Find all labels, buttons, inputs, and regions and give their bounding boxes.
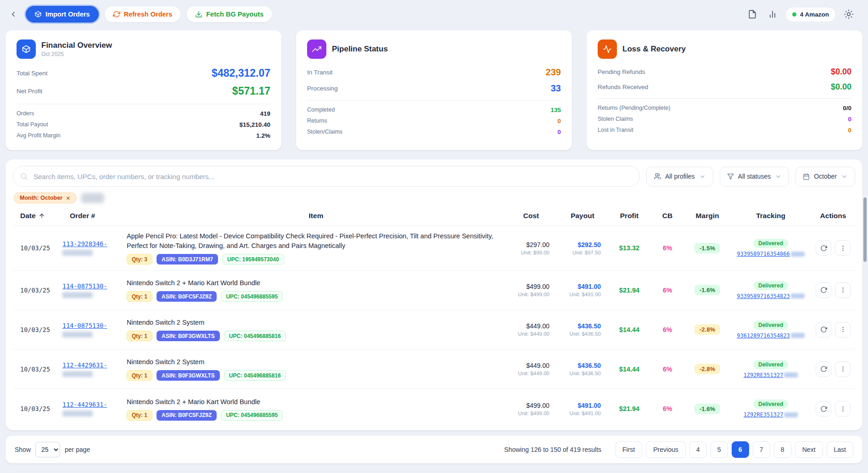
column-header-cost[interactable]: Cost: [505, 212, 557, 220]
page-button-4[interactable]: 4: [689, 441, 707, 458]
asin-badge: ASIN: B0F3GWXLTS: [157, 331, 220, 341]
column-header-profit[interactable]: Profit: [608, 212, 650, 220]
chevron-down-icon: [699, 173, 706, 180]
order-number-link[interactable]: 112-4429631-: [62, 361, 107, 369]
month-filter-chip[interactable]: Month: October: [14, 192, 77, 203]
summary-cards: Financial Overview Oct 2025 Total Spent …: [0, 28, 868, 150]
last-page-button[interactable]: Last: [827, 441, 853, 458]
per-page-select[interactable]: 25: [35, 442, 60, 457]
asin-badge: ASIN: B0FC5FJZ9Z: [157, 291, 217, 302]
search-input[interactable]: [13, 166, 640, 187]
upc-badge: UPC: 045496885816: [224, 331, 286, 341]
item-title: Apple Pencil Pro: Latest Model - Device …: [127, 231, 505, 251]
refunds-received-value: $0.00: [831, 82, 851, 92]
refresh-order-button[interactable]: [816, 401, 831, 417]
refresh-order-button[interactable]: [816, 361, 831, 377]
margin-badge: -1.6%: [694, 285, 720, 295]
column-header-margin[interactable]: Margin: [684, 212, 730, 220]
order-number-link[interactable]: 114-0875130-: [62, 322, 107, 329]
month-dropdown[interactable]: October: [795, 167, 855, 186]
payout-value: $292.50: [557, 241, 601, 248]
column-header-payout[interactable]: Payout: [557, 212, 608, 220]
margin-badge: -1.5%: [694, 243, 720, 253]
month-filter-chip-label: Month: October: [20, 195, 62, 201]
redacted-filter-chip: [81, 193, 104, 203]
column-label: Item: [309, 212, 324, 220]
previous-page-button[interactable]: Previous: [646, 441, 685, 458]
profit-value: $21.94: [619, 287, 639, 294]
order-row: 10/03/25 113-2928346- Apple Pencil Pro: …: [13, 226, 855, 270]
cashback-value: 6%: [663, 244, 672, 252]
column-header-date[interactable]: Date: [13, 212, 62, 220]
avg-margin-label: Avg Profit Margin: [17, 132, 61, 139]
avg-margin-value: 1.2%: [256, 132, 270, 139]
account-selector[interactable]: 4 Amazon: [785, 7, 836, 22]
tracking-number-link[interactable]: 9339589716354823: [737, 293, 790, 299]
theme-toggle-button[interactable]: [841, 7, 856, 22]
row-menu-button[interactable]: [835, 361, 851, 377]
analytics-button[interactable]: [765, 7, 780, 22]
month-dropdown-label: October: [814, 173, 837, 180]
refresh-order-button[interactable]: [816, 240, 831, 256]
refresh-order-button[interactable]: [816, 282, 831, 298]
page-button-6-active[interactable]: 6: [732, 441, 749, 458]
import-orders-button[interactable]: Import Orders: [26, 6, 99, 23]
item-title: Nintendo Switch 2 System: [127, 357, 505, 367]
tracking-number-link[interactable]: 9339589716354866: [737, 251, 790, 257]
lost-in-transit-value: 0: [848, 127, 851, 134]
stolen-claims-label: Stolen/Claims: [307, 129, 342, 135]
card-title: Loss & Recovery: [622, 45, 686, 54]
statuses-dropdown[interactable]: All statuses: [720, 167, 790, 186]
tracking-number-link[interactable]: 1Z92RE351327: [744, 372, 784, 378]
refresh-icon: [820, 287, 827, 293]
top-toolbar: Import Orders Refresh Orders Fetch BG Pa…: [0, 0, 868, 28]
kebab-menu-icon: [840, 245, 846, 252]
tracking-number-link[interactable]: 9361289716354823: [737, 332, 790, 339]
refresh-orders-button[interactable]: Refresh Orders: [104, 6, 181, 23]
show-label: Show: [15, 446, 31, 453]
profiles-dropdown[interactable]: All profiles: [646, 167, 713, 186]
row-menu-button[interactable]: [835, 240, 851, 256]
refresh-icon: [113, 11, 120, 18]
page-button-7[interactable]: 7: [753, 441, 770, 458]
close-icon[interactable]: [66, 196, 71, 201]
upc-badge: UPC: 045496885595: [221, 291, 283, 302]
sort-ascending-icon: [39, 213, 45, 219]
fetch-bg-payouts-button[interactable]: Fetch BG Payouts: [186, 6, 272, 23]
next-page-button[interactable]: Next: [795, 441, 823, 458]
pending-refunds-value: $0.00: [831, 67, 851, 77]
vertical-scrollbar-thumb[interactable]: [863, 197, 867, 262]
column-header-tracking: Tracking: [730, 212, 811, 220]
column-header-order[interactable]: Order #: [62, 212, 127, 220]
cost-value: $297.00: [505, 241, 549, 248]
payout-unit: Unit: $436.50: [557, 331, 601, 337]
export-report-button[interactable]: [745, 7, 760, 22]
chevron-down-icon: [841, 173, 848, 180]
row-menu-button[interactable]: [835, 401, 851, 417]
filter-row: All profiles All statuses October: [13, 166, 855, 187]
tracking-number-link[interactable]: 1Z92RE351327: [744, 411, 784, 418]
returns-value: 0: [557, 118, 561, 124]
loss-stolen-label: Stolen Claims: [598, 116, 633, 122]
order-number-link[interactable]: 112-4429631-: [62, 401, 107, 408]
order-number-link[interactable]: 113-2928346-: [62, 240, 107, 248]
back-button[interactable]: [6, 7, 20, 21]
page-button-5[interactable]: 5: [711, 441, 728, 458]
page-button-8[interactable]: 8: [774, 441, 791, 458]
refresh-order-button[interactable]: [816, 322, 831, 338]
order-date: 10/03/25: [13, 326, 62, 333]
payout-unit: Unit: $97.50: [557, 250, 601, 255]
column-header-cb[interactable]: CB: [650, 212, 684, 220]
cost-value: $499.00: [505, 402, 549, 409]
asin-badge: ASIN: B0FC5FJZ9Z: [157, 410, 217, 421]
refresh-orders-label: Refresh Orders: [124, 11, 173, 18]
per-page-label: per page: [65, 446, 90, 453]
item-title: Nintendo Switch 2 + Mario Kart World Bun…: [127, 278, 505, 288]
first-page-button[interactable]: First: [615, 441, 642, 458]
asin-badge: ASIN: B0F3GWXLTS: [157, 370, 220, 381]
row-menu-button[interactable]: [835, 282, 851, 298]
kebab-menu-icon: [840, 326, 846, 333]
row-menu-button[interactable]: [835, 322, 851, 338]
order-number-link[interactable]: 114-0875130-: [62, 282, 107, 290]
bar-chart-icon: [768, 10, 777, 19]
